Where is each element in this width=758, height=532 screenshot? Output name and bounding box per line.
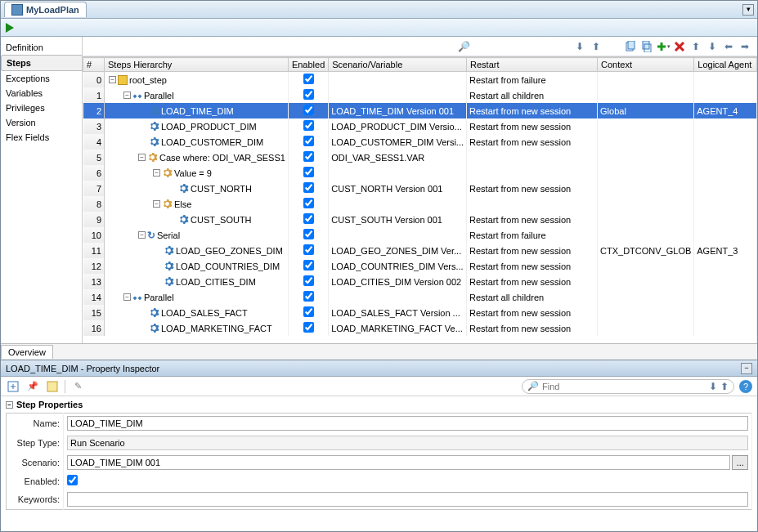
enabled-checkbox[interactable] <box>303 322 314 333</box>
tree-toggle-icon[interactable]: − <box>138 231 146 239</box>
enabled-checkbox[interactable] <box>303 182 314 193</box>
agent-cell <box>694 320 757 336</box>
enabled-checkbox[interactable] <box>303 291 314 302</box>
enabled-checkbox[interactable] <box>303 136 314 146</box>
enabled-checkbox[interactable] <box>303 260 314 270</box>
enabled-checkbox[interactable] <box>303 105 314 115</box>
add-button[interactable]: ▾ <box>656 39 671 54</box>
enabled-checkbox[interactable] <box>303 167 314 177</box>
document-tab[interactable]: MyLoadPlan <box>4 2 87 17</box>
enabled-checkbox[interactable] <box>303 306 314 317</box>
enabled-checkbox[interactable] <box>303 229 314 239</box>
column-header[interactable]: Steps Hierarchy <box>105 58 289 72</box>
context-cell <box>598 258 694 274</box>
table-row[interactable]: 2LOAD_TIME_DIMLOAD_TIME_DIM Version 001R… <box>83 103 757 118</box>
restart-cell <box>467 150 598 165</box>
tree-toggle-icon[interactable]: − <box>123 92 131 99</box>
table-row[interactable]: 8−Else <box>83 196 757 212</box>
table-row[interactable]: 10−↻SerialRestart from failure <box>83 227 757 243</box>
find-box[interactable]: 🔎 ⬇ ⬆ <box>522 379 734 394</box>
tree-toggle-icon[interactable]: − <box>153 169 160 177</box>
column-header[interactable]: Logical Agent <box>694 58 757 72</box>
gear-icon <box>149 105 159 116</box>
search-up-icon[interactable]: ⬆ <box>589 39 603 54</box>
window-menu-button[interactable]: ▾ <box>742 4 754 16</box>
enabled-checkbox[interactable] <box>303 151 314 162</box>
tree-toggle-icon[interactable]: − <box>123 293 131 301</box>
table-row[interactable]: 9CUST_SOUTHCUST_SOUTH Version 001Restart… <box>83 212 757 227</box>
edit-icon[interactable]: ✎ <box>70 379 85 394</box>
column-header[interactable]: Context <box>598 58 694 72</box>
scenario-input[interactable] <box>67 455 730 470</box>
table-row[interactable]: 14−⬥⬥ParallelRestart all children <box>83 289 757 305</box>
side-tab-privileges[interactable]: Privileges <box>1 101 82 115</box>
copy-button[interactable] <box>623 39 638 54</box>
pin-icon[interactable]: 📌 <box>25 379 40 394</box>
enabled-checkbox[interactable] <box>303 74 314 84</box>
delete-button[interactable] <box>672 39 687 54</box>
agent-cell <box>694 289 757 305</box>
side-tab-version[interactable]: Version <box>1 115 82 130</box>
scenario-browse-button[interactable]: ... <box>732 455 748 470</box>
side-tab-definition[interactable]: Definition <box>1 40 82 55</box>
freeze-icon[interactable] <box>45 379 60 394</box>
context-cell: CTX_DTCONV_GLOB <box>598 243 694 258</box>
search-icon[interactable]: 🔎 <box>456 39 471 54</box>
table-row[interactable]: 7CUST_NORTHCUST_NORTH Version 001Restart… <box>83 181 757 196</box>
inspector-find-icon[interactable] <box>6 379 20 394</box>
side-tab-variables[interactable]: Variables <box>1 86 82 101</box>
group-header[interactable]: − Step Properties <box>1 396 757 413</box>
find-input[interactable] <box>542 382 706 391</box>
enabled-checkbox[interactable] <box>303 198 314 208</box>
overview-tab[interactable]: Overview <box>1 345 53 359</box>
column-header[interactable]: # <box>83 58 105 72</box>
restart-cell: Restart from new session <box>467 258 598 274</box>
run-button[interactable] <box>6 23 14 33</box>
move-up-button[interactable]: ⬆ <box>688 39 703 54</box>
table-row[interactable]: 13LOAD_CITIES_DIMLOAD_CITIES_DIM Version… <box>83 274 757 289</box>
enabled-checkbox[interactable] <box>67 475 78 485</box>
table-row[interactable]: 12LOAD_COUNTRIES_DIMLOAD_COUNTRIES_DIM V… <box>83 258 757 274</box>
inspector-minimize-button[interactable]: − <box>741 363 752 374</box>
row-number: 15 <box>83 305 105 320</box>
tree-toggle-icon[interactable]: − <box>138 154 146 161</box>
table-row[interactable]: 1−⬥⬥ParallelRestart all children <box>83 87 757 103</box>
table-row[interactable]: 15LOAD_SALES_FACTLOAD_SALES_FACT Version… <box>83 305 757 320</box>
column-header[interactable]: Enabled <box>288 58 328 72</box>
table-row[interactable]: 3LOAD_PRODUCT_DIMLOAD_PRODUCT_DIM Versio… <box>83 118 757 134</box>
tree-toggle-icon[interactable]: − <box>109 76 116 83</box>
steps-grid[interactable]: #Steps HierarchyEnabledScenario/Variable… <box>83 56 757 343</box>
table-row[interactable]: 5−Case where: ODI_VAR_SESS1ODI_VAR_SESS1… <box>83 150 757 165</box>
agent-cell <box>694 196 757 212</box>
enabled-checkbox[interactable] <box>303 244 314 255</box>
enabled-checkbox[interactable] <box>303 275 314 286</box>
table-row[interactable]: 6−Value = 9 <box>83 165 757 181</box>
row-number: 7 <box>83 181 105 196</box>
side-tab-exceptions[interactable]: Exceptions <box>1 71 82 86</box>
group-toggle-icon[interactable]: − <box>6 401 13 409</box>
enabled-checkbox[interactable] <box>303 213 314 224</box>
keywords-input[interactable] <box>67 492 748 507</box>
table-row[interactable]: 11LOAD_GEO_ZONES_DIMLOAD_GEO_ZONES_DIM V… <box>83 243 757 258</box>
column-header[interactable]: Restart <box>467 58 598 72</box>
table-row[interactable]: 4LOAD_CUSTOMER_DIMLOAD_CUSTOMER_DIM Vers… <box>83 134 757 150</box>
tree-toggle-icon[interactable]: − <box>153 200 160 208</box>
enabled-checkbox[interactable] <box>303 89 314 100</box>
side-tab-steps[interactable]: Steps <box>1 55 82 71</box>
search-down-icon[interactable]: ⬇ <box>572 39 587 54</box>
enabled-checkbox[interactable] <box>303 120 314 131</box>
help-icon[interactable]: ? <box>739 380 752 393</box>
paste-button[interactable] <box>639 39 654 54</box>
context-cell <box>598 320 694 336</box>
move-down-button[interactable]: ⬇ <box>705 39 720 54</box>
find-up-icon[interactable]: ⬆ <box>720 381 729 392</box>
find-down-icon[interactable]: ⬇ <box>709 381 717 392</box>
side-tab-flex-fields[interactable]: Flex Fields <box>1 130 82 145</box>
scenario-cell: LOAD_PRODUCT_DIM Versio... <box>329 118 467 134</box>
move-right-button[interactable]: ➡ <box>738 39 752 54</box>
move-left-button[interactable]: ⬅ <box>721 39 736 54</box>
table-row[interactable]: 0−root_stepRestart from failure <box>83 72 757 88</box>
name-input[interactable] <box>67 416 748 431</box>
table-row[interactable]: 16LOAD_MARKETING_FACTLOAD_MARKETING_FACT… <box>83 320 757 336</box>
column-header[interactable]: Scenario/Variable <box>329 58 467 72</box>
